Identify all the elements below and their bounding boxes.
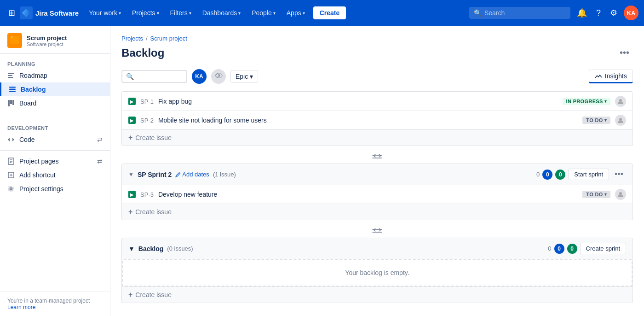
settings-icon[interactable]: ⚙ bbox=[607, 5, 620, 21]
epic-filter[interactable]: Epic ▾ bbox=[230, 70, 258, 83]
drag-handle-icon bbox=[372, 228, 383, 234]
issue-summary: Fix app bug bbox=[158, 98, 558, 105]
epic-chevron-icon: ▾ bbox=[250, 73, 253, 80]
content-inner: Projects / Scrum project Backlog ••• 🔍 K… bbox=[110, 26, 644, 312]
sprint-name: SP Sprint 2 bbox=[138, 171, 172, 178]
table-row[interactable]: ▶ SP-1 Fix app bug IN PROGRESS ▾ bbox=[122, 92, 632, 111]
toolbar-search-icon: 🔍 bbox=[126, 73, 134, 80]
nav-filters[interactable]: Filters ▾ bbox=[166, 6, 196, 19]
backlog-done-badge: 0 bbox=[567, 244, 577, 254]
board-label: Board bbox=[19, 99, 36, 107]
issue-avatar bbox=[615, 96, 626, 107]
backlog-icon bbox=[9, 86, 16, 93]
breadcrumb: Projects / Scrum project bbox=[121, 35, 633, 42]
svg-rect-4 bbox=[9, 87, 16, 88]
page-title: Backlog bbox=[121, 47, 164, 59]
page-more-button[interactable]: ••• bbox=[616, 46, 633, 60]
sidebar-item-add-shortcut[interactable]: Add shortcut bbox=[0, 168, 110, 182]
toolbar: 🔍 KA Epic ▾ Insights bbox=[121, 69, 633, 84]
epic-label: Epic bbox=[236, 73, 248, 80]
filter-avatar-group[interactable] bbox=[211, 69, 226, 84]
toolbar-search-input[interactable] bbox=[137, 73, 183, 80]
sidebar-item-code[interactable]: Code ⇄ bbox=[0, 133, 110, 146]
chevron-down-icon: ▾ bbox=[189, 11, 191, 16]
create-issue-label: Create issue bbox=[135, 134, 172, 141]
sprint-section-2: ▼ SP Sprint 2 Add dates (1 issue) 0 0 0 … bbox=[121, 164, 633, 220]
sprint-inprogress-badge: 0 bbox=[542, 170, 552, 180]
breadcrumb-scrum-project[interactable]: Scrum project bbox=[150, 35, 187, 42]
status-label: IN PROGRESS bbox=[566, 99, 603, 104]
nav-people[interactable]: People ▾ bbox=[247, 6, 280, 19]
sprint-edit-dates[interactable]: Add dates bbox=[175, 171, 209, 178]
sprint-2-header[interactable]: ▼ SP Sprint 2 Add dates (1 issue) 0 0 0 … bbox=[122, 164, 632, 185]
backlog-todo-count: 0 bbox=[548, 245, 551, 252]
empty-backlog-message: Your backlog is empty. bbox=[122, 259, 632, 287]
svg-rect-7 bbox=[8, 100, 10, 106]
create-issue-row-top[interactable]: + Create issue bbox=[122, 129, 632, 146]
search-icon: 🔍 bbox=[474, 9, 482, 17]
user-avatar[interactable]: KA bbox=[624, 6, 638, 20]
nav-your-work[interactable]: Your work ▾ bbox=[84, 6, 126, 19]
insights-button[interactable]: Insights bbox=[589, 70, 633, 83]
breadcrumb-projects[interactable]: Projects bbox=[121, 35, 143, 42]
svg-point-18 bbox=[218, 74, 222, 77]
svg-rect-8 bbox=[10, 100, 12, 104]
table-row[interactable]: ▶ SP-3 Develop new feature TO DO ▾ bbox=[122, 185, 632, 204]
breadcrumb-sep: / bbox=[146, 35, 148, 42]
learn-more-link[interactable]: Learn more bbox=[7, 304, 103, 310]
sidebar-item-board[interactable]: Board bbox=[0, 96, 110, 110]
issue-type-icon: ▶ bbox=[128, 191, 136, 198]
notifications-icon[interactable]: 🔔 bbox=[574, 5, 590, 21]
search-box[interactable]: 🔍 bbox=[469, 7, 570, 19]
sidebar-bottom: You're in a team-managed project Learn m… bbox=[0, 292, 110, 316]
status-chevron-icon: ▾ bbox=[604, 192, 607, 197]
project-info: Scrum project Software project bbox=[27, 35, 67, 47]
create-button[interactable]: Create bbox=[313, 6, 346, 19]
issue-type-icon: ▶ bbox=[128, 98, 136, 105]
sidebar-item-roadmap[interactable]: Roadmap bbox=[0, 69, 110, 82]
sidebar-item-project-pages[interactable]: Project pages ⇄ bbox=[0, 154, 110, 168]
project-header: 🟧 Scrum project Software project bbox=[0, 26, 110, 54]
table-row[interactable]: ▶ SP-2 Mobile site not loading for some … bbox=[122, 111, 632, 129]
top-nav: ⊞ Jira Software Your work ▾ Projects ▾ bbox=[0, 0, 644, 26]
planning-label: Planning bbox=[0, 54, 110, 69]
drag-handle-icon bbox=[372, 153, 383, 160]
sprint-collapse-icon: ▼ bbox=[128, 171, 134, 178]
sidebar-item-backlog[interactable]: Backlog bbox=[0, 82, 110, 96]
roadmap-icon bbox=[7, 72, 15, 79]
create-sprint-button[interactable]: Create sprint bbox=[580, 243, 626, 254]
status-badge[interactable]: IN PROGRESS ▾ bbox=[563, 98, 610, 105]
app-layout: 🟧 Scrum project Software project Plannin… bbox=[0, 26, 644, 316]
status-badge[interactable]: TO DO ▾ bbox=[582, 117, 610, 124]
start-sprint-button[interactable]: Start sprint bbox=[568, 169, 609, 180]
filter-avatar-ka[interactable]: KA bbox=[192, 69, 207, 84]
pages-extra-icon[interactable]: ⇄ bbox=[97, 158, 103, 165]
grid-icon[interactable]: ⊞ bbox=[6, 5, 18, 21]
issue-type-icon: ▶ bbox=[128, 117, 136, 124]
issue-summary: Develop new feature bbox=[158, 191, 578, 198]
create-issue-row-sprint2[interactable]: + Create issue bbox=[122, 204, 632, 220]
nav-apps[interactable]: Apps ▾ bbox=[282, 6, 310, 19]
sprint-done-badge: 0 bbox=[555, 170, 565, 180]
project-name: Scrum project bbox=[27, 35, 67, 41]
create-issue-row-backlog[interactable]: + Create issue bbox=[122, 287, 632, 303]
search-input[interactable] bbox=[484, 9, 566, 17]
nav-projects[interactable]: Projects ▾ bbox=[127, 6, 164, 19]
drag-divider-1[interactable] bbox=[121, 150, 633, 164]
chevron-down-icon: ▾ bbox=[119, 11, 121, 16]
sidebar-item-project-settings[interactable]: Project settings bbox=[0, 182, 110, 196]
page-title-row: Backlog ••• bbox=[121, 46, 633, 60]
toolbar-search-box[interactable]: 🔍 bbox=[121, 70, 187, 83]
help-icon[interactable]: ? bbox=[593, 6, 604, 21]
backlog-header[interactable]: ▼ Backlog (0 issues) 0 0 0 Create sprint bbox=[122, 238, 632, 259]
issue-key: SP-2 bbox=[140, 117, 154, 124]
chevron-down-icon: ▾ bbox=[303, 11, 305, 16]
nav-dashboards[interactable]: Dashboards ▾ bbox=[198, 6, 246, 19]
svg-rect-2 bbox=[8, 75, 12, 76]
create-issue-label: Create issue bbox=[135, 208, 172, 216]
status-badge[interactable]: TO DO ▾ bbox=[582, 191, 610, 198]
drag-divider-2[interactable] bbox=[121, 224, 633, 238]
code-extra-icon[interactable]: ⇄ bbox=[97, 136, 103, 143]
settings-icon bbox=[7, 185, 15, 193]
sprint-more-button[interactable]: ••• bbox=[612, 169, 626, 180]
